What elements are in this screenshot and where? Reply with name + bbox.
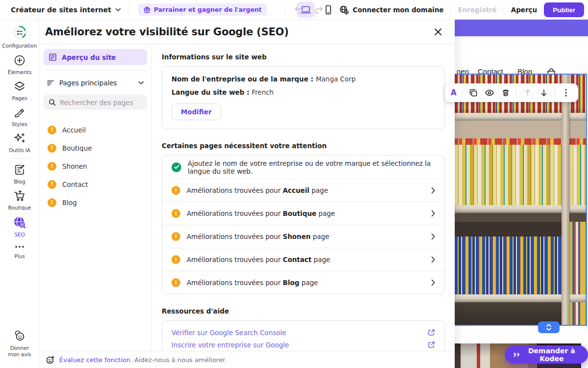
sidebar-item-seo[interactable]: SEO — [0, 215, 39, 238]
resource-link-row: Inscrire votre entreprise sur Google — [172, 339, 435, 351]
search-icon — [49, 99, 56, 106]
external-link-icon[interactable] — [428, 329, 435, 336]
pages-group-toggle[interactable]: Pages principales — [44, 76, 147, 90]
resources-card: Vérifier sur Google Search Console Inscr… — [162, 320, 445, 351]
seo-modal-content: Informations sur le site web Nom de l'en… — [152, 44, 455, 351]
sidebar-item-boutique[interactable]: Boutique — [0, 189, 39, 211]
feedback-smileys-icon — [13, 330, 26, 342]
warning-badge-icon: ! — [48, 162, 56, 171]
pages-search[interactable] — [44, 95, 147, 110]
chevron-right-icon — [431, 210, 435, 217]
setup-checklist-icon — [12, 25, 27, 40]
sidebar-item-pages[interactable]: Pages — [0, 80, 39, 102]
external-link-icon[interactable] — [428, 341, 435, 348]
pages-search-input[interactable] — [60, 99, 138, 106]
duplicate-icon[interactable] — [468, 87, 479, 99]
builder-menu[interactable]: Créateur de sites internet — [11, 6, 121, 14]
sidebar-item-plus[interactable]: Plus — [0, 243, 39, 260]
seo-modal-title: Améliorez votre visibilité sur Google (S… — [45, 26, 289, 38]
page-item-blog[interactable]: ! Blog — [44, 193, 147, 211]
connect-domain-button[interactable]: Connecter mon domaine — [339, 5, 444, 15]
site-info-card: Nom de l'entreprise ou de la marque :Man… — [162, 66, 445, 129]
page-item-boutique[interactable]: ! Boutique — [44, 139, 147, 157]
page-item-shonen[interactable]: ! Shonen — [44, 157, 147, 175]
warning-badge-icon: ! — [48, 144, 56, 153]
attention-section-heading: Certaines pages nécessitent votre attent… — [162, 142, 445, 150]
ellipsis-icon — [13, 243, 26, 251]
warning-badge-icon: ! — [48, 180, 56, 189]
shelf-post — [562, 75, 569, 325]
move-up-icon[interactable] — [522, 87, 533, 99]
layers-icon — [13, 80, 26, 93]
chevron-right-icon — [431, 233, 435, 240]
site-overview-icon — [49, 53, 57, 61]
sidebar-item-styles[interactable]: Styles — [0, 106, 39, 128]
info-section-heading: Informations sur le site web — [162, 53, 445, 61]
move-down-icon[interactable] — [539, 87, 549, 99]
page-item-contact[interactable]: ! Contact — [44, 175, 147, 193]
rate-feature-link[interactable]: Évaluez cette fonction — [59, 356, 130, 364]
preview-button[interactable]: Aperçu — [511, 6, 538, 14]
sidebar-item-elements[interactable]: Éléments — [0, 54, 39, 76]
sidebar-item-blog[interactable]: Blog — [0, 163, 39, 185]
chevron-right-icon — [431, 256, 435, 263]
kodee-icon — [514, 351, 520, 359]
improvement-row-blog[interactable]: ! Améliorations trouvées pour Blog page — [162, 271, 444, 294]
resources-section-heading: Ressources d'aide — [162, 307, 445, 315]
cart-plus-icon — [13, 189, 26, 202]
seo-modal: Améliorez votre visibilité sur Google (S… — [39, 20, 455, 368]
sidebar-item-configuration[interactable]: Configuration — [0, 25, 39, 49]
delete-trash-icon[interactable] — [500, 87, 511, 99]
close-icon[interactable] — [432, 26, 444, 38]
warning-badge-icon: ! — [172, 278, 180, 287]
resource-link-row: Vérifier sur Google Search Console — [172, 326, 435, 339]
warning-badge-icon: ! — [172, 255, 180, 264]
seo-globe-search-icon — [13, 215, 26, 229]
language-value: French — [252, 88, 274, 96]
warning-badge-icon: ! — [172, 232, 180, 241]
improvement-row-accueil[interactable]: ! Améliorations trouvées pour Accueil pa… — [162, 179, 444, 202]
undo-icon[interactable] — [293, 3, 305, 16]
publish-button[interactable]: Publier — [544, 2, 584, 17]
chevron-right-icon — [431, 187, 435, 194]
brand-name-line: Nom de l'entreprise ou de la marque :Man… — [172, 75, 435, 83]
section-resize-handle[interactable] — [538, 321, 560, 333]
saved-status: Enregistré — [458, 6, 496, 14]
warning-badge-icon: ! — [172, 186, 180, 195]
manga-shelf-image-section[interactable] — [455, 74, 587, 326]
brand-name-value: Manga Corp — [316, 75, 355, 83]
builder-menu-label: Créateur de sites internet — [11, 6, 111, 14]
feedback-button[interactable]: Donner mon avis — [0, 330, 39, 358]
site-announcement-banner — [455, 20, 588, 36]
language-line: Langue du site web :French — [172, 88, 435, 96]
more-options-kebab-icon[interactable] — [561, 87, 571, 99]
feedback-footer: Évaluez cette fonction. Aidez-nous à nou… — [39, 351, 455, 368]
visibility-eye-icon[interactable] — [484, 87, 495, 99]
completed-task-row: Ajoutez le nom de votre entreprise ou de… — [162, 156, 444, 179]
plus-circle-icon — [13, 54, 26, 67]
resource-link-google-business[interactable]: Inscrire votre entreprise sur Google — [172, 341, 289, 349]
blog-post-icon — [13, 163, 26, 176]
page-item-accueil[interactable]: ! Accueil — [44, 121, 147, 139]
site-preview-nav: nen Contact Blog — [455, 36, 588, 74]
sidebar-item-ai-tools[interactable]: Outils IA — [0, 132, 39, 154]
improvement-row-shonen[interactable]: ! Améliorations trouvées pour Shonen pag… — [162, 225, 444, 248]
text-style-partial-button[interactable]: A — [451, 88, 457, 97]
resource-link-search-console[interactable]: Vérifier sur Google Search Console — [172, 329, 286, 337]
ask-kodee-button[interactable]: Demander à Kodee — [505, 345, 588, 364]
pages-list: ! Accueil ! Boutique ! Shonen ! Contact … — [44, 121, 147, 211]
improvement-row-boutique[interactable]: ! Améliorations trouvées pour Boutique p… — [162, 202, 444, 225]
element-toolbar: A — [445, 83, 578, 102]
warning-badge-icon: ! — [172, 209, 180, 218]
referral-button[interactable]: Parrainer et gagner de l'argent — [138, 3, 267, 16]
nav-item-site-overview[interactable]: Aperçu du site — [44, 49, 147, 65]
check-circle-icon — [172, 162, 181, 172]
sort-lines-icon — [47, 79, 54, 86]
redo-icon[interactable] — [312, 3, 325, 16]
builder-sidebar: Configuration Éléments Pages Styles Outi… — [0, 20, 39, 368]
warning-badge-icon: ! — [48, 126, 56, 134]
improvement-row-contact[interactable]: ! Améliorations trouvées pour Contact pa… — [162, 248, 444, 271]
chevron-down-icon — [138, 81, 144, 85]
edit-button[interactable]: Modifier — [172, 104, 221, 120]
chevron-right-icon — [431, 279, 435, 286]
